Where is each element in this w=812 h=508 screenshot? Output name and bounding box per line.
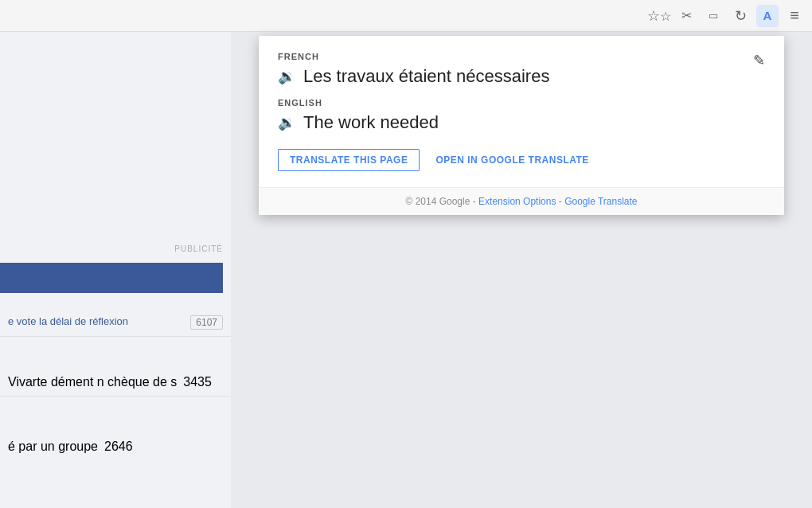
article-1-title[interactable]: e vote la délai de réflexion <box>8 315 184 329</box>
source-language-label: FRENCH <box>278 52 765 61</box>
edit-icon[interactable]: ✎ <box>753 52 765 69</box>
article-3-count: 2646 <box>104 440 133 454</box>
target-speaker-icon[interactable]: 🔉 <box>278 114 295 131</box>
cast-icon[interactable]: ▭ <box>702 5 724 27</box>
sidebar-article-2: Vivarte dément n chèque de s 3435 <box>0 369 231 397</box>
extension-options-link[interactable]: Extension Options <box>478 196 556 207</box>
sidebar-article-3: é par un groupe 2646 <box>0 433 231 460</box>
ad-label: PUBLICITÉ <box>174 244 223 253</box>
scissors-icon[interactable]: ✂ <box>675 5 697 27</box>
translate-page-button[interactable]: TRANSLATE THIS PAGE <box>278 149 420 171</box>
translation-text: The work needed <box>303 112 439 133</box>
sync-icon[interactable]: ↻ <box>729 5 751 27</box>
article-3-title[interactable]: é par un groupe <box>8 440 98 454</box>
popup-footer: © 2014 Google - Extension Options - Goog… <box>259 187 784 215</box>
article-2-count: 3435 <box>183 375 212 389</box>
bookmark-icon[interactable]: ☆ <box>648 5 670 27</box>
open-google-translate-button[interactable]: OPEN IN GOOGLE TRANSLATE <box>435 154 588 166</box>
popup-body: ✎ FRENCH 🔉 Les travaux étaient nécessair… <box>259 36 784 187</box>
sidebar-blue-bar <box>0 263 223 293</box>
source-speaker-icon[interactable]: 🔉 <box>278 68 295 85</box>
article-2-title[interactable]: Vivarte dément n chèque de s <box>8 375 177 389</box>
translate-extension-icon[interactable]: A <box>756 5 779 27</box>
star-icon: ☆ <box>647 7 671 25</box>
source-text: Les travaux étaient nécessaires <box>303 66 549 87</box>
menu-icon[interactable]: ≡ <box>783 5 806 27</box>
sidebar-article-1: e vote la délai de réflexion 6107 <box>0 309 231 337</box>
translate-popup: ✎ FRENCH 🔉 Les travaux étaient nécessair… <box>259 36 784 215</box>
translation-row: 🔉 The work needed <box>278 112 765 133</box>
footer-separator: - <box>556 196 564 207</box>
article-3-text: é par un groupe <box>8 440 98 454</box>
browser-toolbar: ☆ ✂ ▭ ↻ A ≡ <box>0 0 812 32</box>
source-row: 🔉 Les travaux étaient nécessaires <box>278 66 765 87</box>
article-1-text: e vote la délai de réflexion <box>8 315 184 329</box>
footer-copyright: © 2014 Google - <box>405 196 478 207</box>
target-language-label: ENGLISH <box>278 98 765 107</box>
google-translate-link[interactable]: Google Translate <box>564 196 637 207</box>
article-2-text: Vivarte dément n chèque de s <box>8 375 177 389</box>
popup-actions: TRANSLATE THIS PAGE OPEN IN GOOGLE TRANS… <box>278 149 765 171</box>
article-1-count: 6107 <box>190 315 223 330</box>
sidebar: PUBLICITÉ e vote la délai de réflexion 6… <box>0 32 231 508</box>
page-area: PUBLICITÉ e vote la délai de réflexion 6… <box>0 32 812 508</box>
